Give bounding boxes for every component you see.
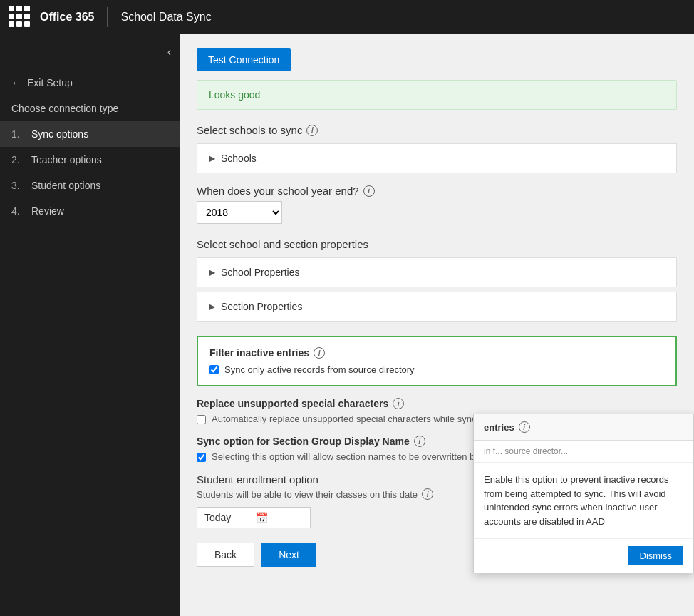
app-title: School Data Sync (120, 11, 211, 24)
tooltip-header-text: entries (484, 422, 514, 433)
choose-connection-label: Choose connection type (11, 103, 118, 114)
schools-accordion[interactable]: ▶ Schools (197, 143, 677, 173)
sidebar-item-sync-options[interactable]: 1. Sync options (0, 121, 180, 147)
top-bar: Office 365 School Data Sync (0, 0, 694, 34)
dismiss-button[interactable]: Dismiss (628, 546, 684, 565)
main-content: Test Connection Looks good Select school… (180, 34, 694, 616)
step-3-num: 3. (11, 180, 26, 191)
select-schools-label: Select schools to sync (197, 124, 302, 136)
sidebar-collapse[interactable]: ‹ (0, 40, 180, 70)
next-button[interactable]: Next (261, 543, 316, 567)
back-button[interactable]: Back (197, 543, 254, 567)
section-properties-accordion[interactable]: ▶ Section Properties (197, 292, 677, 322)
tooltip-header: entries i (474, 414, 693, 441)
filter-inactive-info-icon[interactable]: i (314, 347, 325, 359)
filter-inactive-section: Filter inactive entries i Sync only acti… (197, 336, 677, 386)
student-subtitle-text: Students will be able to view their clas… (197, 489, 418, 500)
divider (107, 7, 108, 27)
school-year-info-icon[interactable]: i (363, 185, 375, 197)
tooltip-info-icon[interactable]: i (519, 421, 530, 433)
school-properties-label: School Properties (221, 267, 300, 278)
tooltip-footer: Dismiss (474, 538, 693, 573)
school-properties-accordion[interactable]: ▶ School Properties (197, 257, 677, 287)
sidebar-item-student-options[interactable]: 3. Student options (0, 173, 180, 198)
office365-label: Office 365 (40, 11, 94, 24)
step-3-label: Student options (31, 180, 100, 191)
replace-chars-info-icon[interactable]: i (393, 398, 404, 409)
sync-section-info-icon[interactable]: i (414, 436, 425, 447)
filter-inactive-checkbox-row: Sync only active records from source dir… (209, 364, 664, 375)
school-year-label: When does your school year end? (197, 185, 359, 197)
school-section-props-label: Select school and section properties (197, 238, 368, 250)
select-schools-info-icon[interactable]: i (306, 125, 318, 136)
test-connection-button[interactable]: Test Connection (197, 48, 291, 71)
sidebar: ‹ ← Exit Setup Choose connection type 1.… (0, 34, 180, 616)
replace-chars-label: Replace unsupported special characters (197, 398, 388, 409)
year-select-wrap: 2018 2019 2020 (197, 201, 677, 224)
step-1-num: 1. (11, 128, 26, 140)
schools-arrow-icon: ▶ (209, 153, 215, 163)
collapse-icon[interactable]: ‹ (167, 46, 171, 58)
select-schools-section: Select schools to sync i (197, 124, 677, 136)
section-properties-label: Section Properties (221, 301, 302, 312)
filter-inactive-title: Filter inactive entries i (209, 347, 664, 359)
grid-icon[interactable] (9, 6, 31, 29)
school-year-section: When does your school year end? i (197, 185, 677, 197)
sync-section-checkbox[interactable] (197, 453, 206, 462)
calendar-icon[interactable]: 📅 (256, 512, 303, 523)
replace-chars-checkbox[interactable] (197, 415, 206, 424)
step-2-num: 2. (11, 154, 26, 165)
student-enrollment-info-icon[interactable]: i (422, 488, 433, 500)
looks-good-banner: Looks good (197, 80, 677, 110)
tooltip-popup: entries i in f... source director... Ena… (473, 414, 694, 573)
back-arrow-icon: ← (11, 77, 21, 88)
sidebar-item-review[interactable]: 4. Review (0, 198, 180, 224)
filter-inactive-checkbox-label: Sync only active records from source dir… (224, 364, 415, 375)
filter-inactive-label: Filter inactive entries (209, 347, 309, 359)
school-section-props-heading: Select school and section properties (197, 238, 677, 250)
exit-setup-button[interactable]: ← Exit Setup (0, 70, 180, 96)
section-props-arrow-icon: ▶ (209, 302, 215, 312)
sidebar-item-choose-connection[interactable]: Choose connection type (0, 96, 180, 121)
sidebar-item-teacher-options[interactable]: 2. Teacher options (0, 147, 180, 173)
year-select[interactable]: 2018 2019 2020 (197, 201, 282, 224)
step-1-label: Sync options (31, 128, 88, 140)
step-4-label: Review (31, 205, 64, 217)
tooltip-subheader: in f... source director... (474, 441, 693, 463)
schools-accordion-label: Schools (221, 153, 257, 164)
sync-section-group-label: Sync option for Section Group Display Na… (197, 436, 410, 447)
filter-inactive-checkbox[interactable] (209, 365, 219, 374)
step-4-num: 4. (11, 205, 26, 217)
date-value: Today (204, 512, 252, 523)
step-2-label: Teacher options (31, 154, 102, 165)
tooltip-body: Enable this option to prevent inactive r… (474, 463, 693, 538)
replace-chars-title: Replace unsupported special characters i (197, 398, 677, 409)
date-input[interactable]: Today 📅 (197, 507, 311, 528)
selection-props-section: ▶ School Properties ▶ Section Properties (197, 257, 677, 322)
school-props-arrow-icon: ▶ (209, 267, 215, 277)
